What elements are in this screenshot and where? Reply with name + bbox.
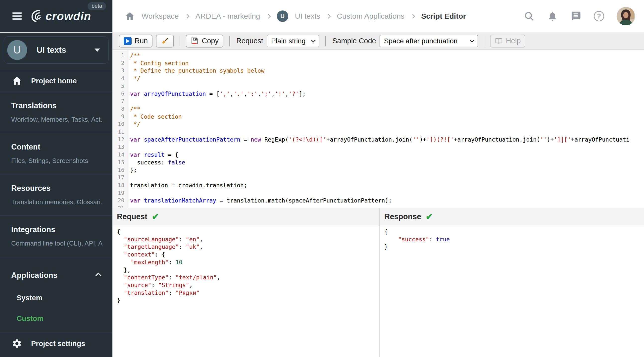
line-number: 13 <box>112 143 128 151</box>
gear-icon <box>12 338 22 349</box>
run-button[interactable]: Run <box>119 34 152 48</box>
code-line[interactable]: var translationMatchArray = translation.… <box>130 197 644 204</box>
code-line[interactable]: "contentType": "text/plain", <box>117 274 379 281</box>
code-line[interactable]: var result = { <box>130 151 644 159</box>
code-line[interactable] <box>130 189 644 197</box>
brand-bar: crowdin beta <box>0 0 112 32</box>
code-line[interactable]: var spaceAfterPunctuationPattern = new R… <box>130 136 644 144</box>
help-icon[interactable]: ? <box>594 11 604 22</box>
request-type-select[interactable]: Plain string <box>267 35 320 47</box>
sidebar-item-integrations[interactable]: Integrations Command line tool (CLI), AP… <box>0 216 112 257</box>
code-line[interactable]: * Code section <box>130 113 644 121</box>
line-number: 3 <box>112 67 128 75</box>
response-panel-header: Response ✔ <box>380 208 644 226</box>
project-badge: U <box>277 10 288 22</box>
code-line[interactable]: */ <box>130 75 644 82</box>
code-line[interactable]: success: false <box>130 159 644 166</box>
code-line[interactable]: /** <box>130 52 644 60</box>
code-line[interactable]: * Config section <box>130 60 644 67</box>
copy-button[interactable]: Copy <box>186 34 223 48</box>
code-line[interactable] <box>130 82 644 90</box>
line-number: 17 <box>112 174 128 182</box>
code-line[interactable] <box>130 128 644 136</box>
code-line[interactable]: }, <box>117 266 379 274</box>
sidebar-item-applications[interactable]: Applications <box>11 271 102 280</box>
breadcrumb-project[interactable]: UI texts <box>295 12 320 20</box>
crowdin-logo[interactable]: crowdin <box>29 8 91 24</box>
line-number-gutter: 123456789101112131415161718192021 <box>112 50 128 208</box>
code-line[interactable]: "targetLanguage": "uk", <box>117 243 379 251</box>
code-line[interactable]: translation = crowdin.translation; <box>130 182 644 189</box>
messages-icon[interactable] <box>570 11 581 22</box>
line-number: 16 <box>112 166 128 174</box>
code-line[interactable]: { <box>384 228 644 236</box>
line-number: 10 <box>112 120 128 128</box>
code-editor[interactable]: 123456789101112131415161718192021 /** * … <box>112 50 644 208</box>
code-line[interactable]: */ <box>130 120 644 128</box>
line-number: 20 <box>112 197 128 204</box>
sidebar-item-resources[interactable]: Resources Translation memories, Glossari… <box>0 174 112 216</box>
notifications-bell-icon[interactable] <box>547 11 558 22</box>
code-line[interactable]: "maxLength": 10 <box>117 258 379 266</box>
code-area[interactable]: /** * Config section * Define the punctu… <box>128 50 644 208</box>
breadcrumb: Workspace ARDEA - marketing U UI texts C… <box>125 10 466 22</box>
request-json[interactable]: { "sourceLanguage": "en", "targetLanguag… <box>112 226 379 304</box>
line-number: 6 <box>112 90 128 98</box>
sidebar-item-applications-custom[interactable]: Custom <box>11 314 102 323</box>
code-line[interactable]: var arrayOfPunctuation = [',','.',':',';… <box>130 90 644 98</box>
request-panel-header: Request ✔ <box>112 208 379 226</box>
toolbar-separator <box>180 36 180 46</box>
code-line[interactable]: "context": { <box>117 251 379 258</box>
search-icon[interactable] <box>524 11 534 22</box>
line-number: 1 <box>112 52 128 60</box>
code-line[interactable]: } <box>384 243 644 251</box>
chevron-down-icon <box>470 38 474 42</box>
project-avatar: U <box>7 40 27 60</box>
code-line[interactable]: }; <box>130 166 644 174</box>
help-button-label: Help <box>506 37 521 45</box>
sidebar-item-content[interactable]: Content Files, Strings, Screenshots <box>0 133 112 174</box>
brand-wordmark: crowdin <box>46 10 91 23</box>
code-line[interactable]: "success": true <box>384 236 644 243</box>
breadcrumb-current-page: Script Editor <box>421 12 466 20</box>
line-number: 19 <box>112 189 128 197</box>
code-line[interactable]: "source": "Strings", <box>117 281 379 289</box>
breadcrumb-organization[interactable]: ARDEA - marketing <box>196 12 260 20</box>
header-actions: ? <box>524 7 635 26</box>
response-json: { "success": true} <box>380 226 644 251</box>
code-line[interactable]: "translation": "Рядки" <box>117 289 379 297</box>
code-line[interactable] <box>130 174 644 182</box>
help-button[interactable]: Help <box>490 34 526 48</box>
code-line[interactable] <box>130 98 644 105</box>
code-line[interactable] <box>130 204 644 208</box>
project-switcher[interactable]: U UI texts <box>4 36 109 64</box>
code-line[interactable]: { <box>117 228 379 236</box>
code-line[interactable]: "sourceLanguage": "en", <box>117 236 379 243</box>
top-header: Workspace ARDEA - marketing U UI texts C… <box>112 0 644 32</box>
breadcrumb-workspace[interactable]: Workspace <box>142 12 179 20</box>
script-editor-toolbar: Run Copy Request Plain string Sample Cod… <box>112 32 644 50</box>
sidebar-item-applications-system[interactable]: System <box>11 294 102 302</box>
chevron-up-icon <box>95 272 101 278</box>
home-icon[interactable] <box>125 11 135 21</box>
code-line[interactable]: } <box>117 296 379 304</box>
code-line[interactable] <box>130 143 644 151</box>
toolbar-separator <box>229 36 230 46</box>
sidebar-item-project-settings[interactable]: Project settings <box>0 333 112 354</box>
caret-down-icon <box>94 48 100 52</box>
sidebar-item-translations[interactable]: Translations Workflow, Members, Tasks, A… <box>0 92 112 133</box>
beta-badge: beta <box>88 2 106 10</box>
copy-button-label: Copy <box>202 37 219 45</box>
toolbar-separator <box>325 36 326 46</box>
user-avatar[interactable] <box>617 7 635 26</box>
breadcrumb-custom-applications[interactable]: Custom Applications <box>337 12 404 20</box>
hamburger-menu-icon[interactable] <box>12 12 22 20</box>
sidebar-item-project-home[interactable]: Project home <box>0 70 112 92</box>
line-number: 5 <box>112 82 128 90</box>
sample-code-select[interactable]: Space after punctuation <box>380 35 478 47</box>
code-line[interactable]: /** <box>130 105 644 113</box>
request-type-value: Plain string <box>271 37 306 45</box>
code-line[interactable]: * Define the punctuation symbols below <box>130 67 644 75</box>
format-brush-button[interactable] <box>156 34 174 48</box>
run-button-label: Run <box>134 37 148 45</box>
